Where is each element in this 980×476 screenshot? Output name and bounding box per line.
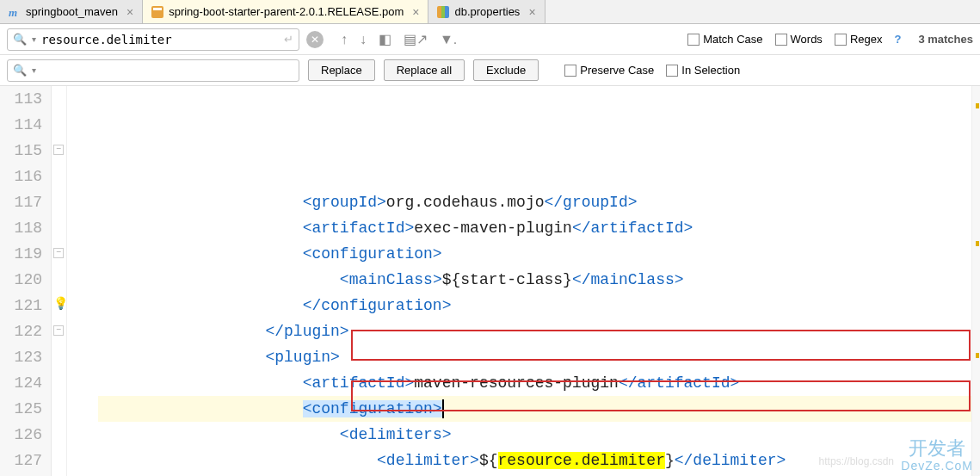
close-icon[interactable]: × bbox=[412, 5, 419, 19]
watermark-url: https://blog.csdn bbox=[819, 455, 894, 467]
exclude-button[interactable]: Exclude bbox=[473, 59, 539, 81]
editor-tabs: m springboot_maven × spring-boot-starter… bbox=[0, 0, 980, 24]
replace-input[interactable] bbox=[41, 64, 293, 77]
tab-pom[interactable]: spring-boot-starter-parent-2.0.1.RELEASE… bbox=[143, 0, 428, 23]
clear-search-button[interactable]: ✕ bbox=[306, 31, 324, 48]
replace-toolbar: 🔍 ▾ Replace Replace all Exclude Preserve… bbox=[0, 55, 980, 86]
line-number: 126 bbox=[0, 422, 42, 448]
stop-icon[interactable]: ◧ bbox=[379, 31, 391, 47]
regex-checkbox[interactable]: Regex bbox=[835, 33, 883, 46]
close-icon[interactable]: × bbox=[528, 5, 535, 19]
in-selection-checkbox[interactable]: In Selection bbox=[666, 64, 740, 77]
search-nav-icons: ↑ ↓ ◧ ▤↗ ▼. bbox=[341, 31, 457, 47]
preserve-case-checkbox[interactable]: Preserve Case bbox=[564, 64, 654, 77]
tab-label: db.properties bbox=[454, 5, 520, 18]
replace-all-button[interactable]: Replace all bbox=[384, 59, 465, 81]
line-number: 121 bbox=[0, 293, 42, 318]
match-count: 3 matches bbox=[918, 33, 973, 46]
code-line[interactable]: <artifactId>maven-resources-plugin</arti… bbox=[98, 370, 971, 396]
newline-icon[interactable]: ↵ bbox=[284, 33, 293, 46]
search-match-marker[interactable] bbox=[976, 241, 979, 246]
line-number: 114 bbox=[0, 112, 42, 138]
find-toolbar: 🔍 ▾ ↵ ✕ ↑ ↓ ◧ ▤↗ ▼. Match Case Words Reg… bbox=[0, 24, 980, 55]
line-number: 122 bbox=[0, 318, 42, 344]
code-line[interactable]: <mainClass>${start-class}</mainClass> bbox=[98, 267, 971, 293]
xml-file-icon bbox=[151, 6, 163, 18]
search-options: Match Case Words Regex ? 3 matches bbox=[687, 33, 973, 46]
code-editor[interactable]: 1131141151161171181191201211221231241251… bbox=[0, 86, 980, 476]
search-input[interactable] bbox=[41, 33, 279, 46]
tab-label: springboot_maven bbox=[26, 5, 118, 18]
line-number: 127 bbox=[0, 448, 42, 473]
marker-bar bbox=[971, 86, 980, 476]
fold-handle-icon[interactable]: − bbox=[53, 145, 64, 155]
properties-file-icon bbox=[437, 6, 449, 18]
line-number-gutter: 1131141151161171181191201211221231241251… bbox=[0, 86, 52, 476]
code-line[interactable]: </plugin> bbox=[98, 318, 971, 344]
line-number: 120 bbox=[0, 267, 42, 293]
line-number: 116 bbox=[0, 164, 42, 189]
search-field-wrapper: 🔍 ▾ ↵ bbox=[7, 28, 299, 51]
fold-column: − − 💡 − bbox=[52, 86, 67, 476]
intention-bulb-icon[interactable]: 💡 bbox=[53, 296, 68, 311]
tab-label: spring-boot-starter-parent-2.0.1.RELEASE… bbox=[169, 5, 404, 18]
fold-handle-icon[interactable]: − bbox=[53, 325, 64, 336]
line-number: 115 bbox=[0, 138, 42, 164]
code-line[interactable]: <plugin> bbox=[98, 344, 971, 370]
search-icon[interactable]: 🔍 bbox=[13, 33, 27, 46]
select-all-icon[interactable]: ▤↗ bbox=[404, 31, 428, 47]
replace-options: Preserve Case In Selection bbox=[564, 64, 740, 77]
line-number: 113 bbox=[0, 86, 42, 112]
filter-icon[interactable]: ▼. bbox=[440, 32, 457, 47]
search-icon[interactable]: 🔍 bbox=[13, 64, 27, 77]
replace-field-wrapper: 🔍 ▾ bbox=[7, 59, 299, 82]
dropdown-icon[interactable]: ▾ bbox=[32, 65, 36, 75]
maven-icon: m bbox=[9, 6, 21, 18]
code-line[interactable]: <groupId>org.codehaus.mojo</groupId> bbox=[98, 189, 971, 215]
code-line[interactable]: <delimiters> bbox=[98, 422, 971, 448]
replace-button[interactable]: Replace bbox=[308, 59, 375, 81]
code-line[interactable]: <configuration> bbox=[98, 396, 971, 422]
search-match-marker[interactable] bbox=[976, 353, 979, 358]
match-case-checkbox[interactable]: Match Case bbox=[687, 33, 762, 46]
search-match-marker[interactable] bbox=[976, 103, 979, 108]
close-icon[interactable]: × bbox=[126, 5, 133, 19]
line-number: 117 bbox=[0, 189, 42, 215]
prev-match-icon[interactable]: ↑ bbox=[341, 32, 348, 47]
code-area[interactable]: <groupId>org.codehaus.mojo</groupId> <ar… bbox=[98, 86, 971, 476]
line-number: 123 bbox=[0, 344, 42, 370]
help-icon[interactable]: ? bbox=[894, 33, 901, 46]
fold-handle-icon[interactable]: − bbox=[53, 248, 64, 258]
dropdown-icon[interactable]: ▾ bbox=[32, 34, 36, 44]
tab-db-properties[interactable]: db.properties × bbox=[428, 0, 545, 23]
line-number: 124 bbox=[0, 370, 42, 396]
line-number: 118 bbox=[0, 215, 42, 241]
code-line[interactable]: <configuration> bbox=[98, 241, 971, 267]
indent-margin bbox=[67, 86, 98, 476]
words-checkbox[interactable]: Words bbox=[775, 33, 823, 46]
code-line[interactable]: <artifactId>exec-maven-plugin</artifactI… bbox=[98, 215, 971, 241]
code-line[interactable]: </configuration> bbox=[98, 293, 971, 318]
line-number: 119 bbox=[0, 241, 42, 267]
tab-springboot-maven[interactable]: m springboot_maven × bbox=[0, 0, 143, 23]
next-match-icon[interactable]: ↓ bbox=[360, 32, 367, 47]
line-number: 125 bbox=[0, 396, 42, 422]
